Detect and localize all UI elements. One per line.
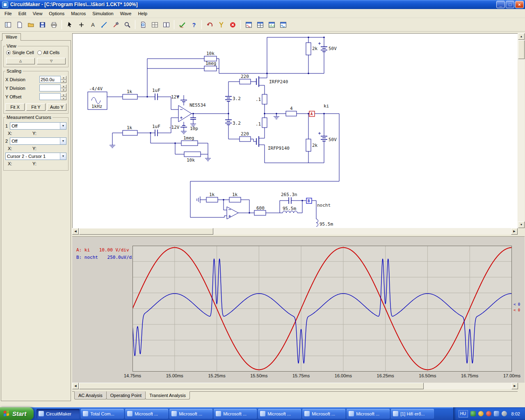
stop-simulation-icon[interactable] <box>227 20 238 30</box>
waveform-horizontal-scrollbar[interactable]: ◀ ▶ <box>72 383 518 389</box>
find-part-icon[interactable] <box>138 20 148 30</box>
new-document-icon[interactable] <box>14 20 25 30</box>
taskbar-task[interactable]: Microsoft ... <box>258 409 301 419</box>
y-division-stepper[interactable]: ▲▼ <box>61 84 66 91</box>
menu-item-options[interactable]: Options <box>46 10 68 17</box>
tab-operating-point[interactable]: Operating Point <box>106 391 146 399</box>
tab-transient-analysis[interactable]: Transient Analysis <box>145 391 190 399</box>
menu-item-file[interactable]: File <box>1 10 15 17</box>
tab-ac-analysis[interactable]: AC Analysis <box>74 391 107 399</box>
scope-window-icon[interactable] <box>278 20 288 30</box>
cursor1-select[interactable]: Off ▼ <box>10 122 66 130</box>
probe-tool-icon[interactable] <box>110 20 121 30</box>
scroll-left-icon[interactable]: ◀ <box>72 228 79 235</box>
split-window-icon[interactable] <box>255 20 265 30</box>
all-cells-radio[interactable] <box>37 50 42 55</box>
y-offset-stepper[interactable]: ▲▼ <box>61 93 66 100</box>
chevron-down-icon[interactable]: ▼ <box>60 138 66 144</box>
vertical-scroll-thumb[interactable] <box>518 40 525 59</box>
y-division-input[interactable] <box>39 84 61 91</box>
taskbar-task[interactable]: Microsoft ... <box>302 409 345 419</box>
chevron-down-icon[interactable]: ▼ <box>60 153 66 160</box>
clock[interactable]: 8:02 <box>511 411 520 416</box>
help-icon[interactable]: ? <box>188 20 199 30</box>
chevron-down-icon[interactable]: ▼ <box>60 123 66 129</box>
pointer-icon[interactable] <box>64 20 75 30</box>
taskbar-task[interactable]: Microsoft ... <box>169 409 212 419</box>
plot-region[interactable] <box>132 246 512 372</box>
cell-down-button[interactable]: ▽ <box>37 58 66 64</box>
run-simulation-icon[interactable] <box>177 20 187 30</box>
undo-icon[interactable] <box>204 20 215 30</box>
display-icon[interactable] <box>494 411 499 416</box>
horizontal-scroll-thumb[interactable] <box>79 383 424 389</box>
schematic-horizontal-scrollbar[interactable]: ◀ ▶ <box>72 228 518 235</box>
probe-markers[interactable]: AB <box>306 111 315 203</box>
scroll-right-icon[interactable]: ▶ <box>511 228 518 235</box>
cursor2-select[interactable]: Off ▼ <box>10 137 66 145</box>
menu-item-wave[interactable]: Wave <box>117 10 135 17</box>
taskbar-task[interactable]: Total Com... <box>81 409 124 419</box>
menu-item-help[interactable]: Help <box>135 10 151 17</box>
text-tool-icon[interactable]: A <box>87 20 98 30</box>
auto-y-button[interactable]: Auto Y <box>47 103 66 111</box>
minimize-button[interactable]: _ <box>496 1 505 8</box>
start-button[interactable]: Start <box>0 407 34 420</box>
fit-y-button[interactable]: Fit Y <box>26 103 46 111</box>
cursor1-index: 1 <box>5 123 8 128</box>
wave-panel-body: View Single Cell All Cells △ ▽ Scaling X… <box>1 40 71 401</box>
wave-tab[interactable]: Wave <box>2 33 21 41</box>
split-view-icon[interactable] <box>161 20 171 30</box>
desktop: { "window": { "title": "CircuitMaker - [… <box>0 0 525 420</box>
language-indicator[interactable]: HU <box>459 410 468 418</box>
scroll-up-icon[interactable]: ▲ <box>518 33 525 40</box>
volume-icon[interactable] <box>478 411 484 416</box>
horizontal-scroll-thumb[interactable] <box>79 228 213 235</box>
y-offset-input[interactable] <box>39 93 61 100</box>
zoom-tool-icon[interactable] <box>122 20 132 30</box>
taskbar-task[interactable]: CircuitMaker <box>37 409 80 419</box>
bar-window-icon[interactable] <box>266 20 277 30</box>
x-tick-label: 16.75ms <box>457 373 483 378</box>
title-bar[interactable]: CircuitMaker - [C:\Program Files\...\Sko… <box>0 0 525 9</box>
menu-item-edit[interactable]: Edit <box>15 10 30 17</box>
taskbar-task[interactable]: [1] Hifi erő... <box>391 409 434 419</box>
open-file-icon[interactable] <box>25 20 36 30</box>
scroll-left-icon[interactable]: ◀ <box>72 383 79 389</box>
schematic-canvas[interactable]: 10k1meg220IRFP240-4/4V1k1uF12VNE55343.2.… <box>73 34 518 228</box>
x-division-stepper[interactable]: ▲▼ <box>61 76 66 83</box>
save-icon[interactable] <box>37 20 48 30</box>
x-division-input[interactable] <box>39 76 61 83</box>
menu-item-view[interactable]: View <box>30 10 46 17</box>
waveform-window-icon[interactable] <box>243 20 254 30</box>
waveform-area[interactable]: A: ki 10.00 V/div B: nocht 250.0uV/div 1… <box>72 236 525 383</box>
network-icon[interactable] <box>502 411 507 416</box>
fit-x-button[interactable]: Fit X <box>5 103 25 111</box>
schematic-vertical-scrollbar[interactable]: ▲ ▼ <box>518 33 525 228</box>
part-library-icon[interactable] <box>149 20 160 30</box>
panel-toggle-icon[interactable] <box>2 20 13 30</box>
cursor-diff-select[interactable]: Cursor 2 - Cursor 1 ▼ <box>5 153 66 160</box>
single-cell-radio[interactable] <box>6 50 11 55</box>
waveform-plot[interactable] <box>132 246 512 372</box>
component-label: 1uF <box>152 88 160 93</box>
scroll-down-icon[interactable]: ▼ <box>518 221 525 228</box>
test-probe-icon[interactable] <box>216 20 226 30</box>
task-label: Microsoft ... <box>179 411 202 416</box>
taskbar-task[interactable]: Microsoft ... <box>125 409 168 419</box>
messenger-icon[interactable] <box>470 411 476 416</box>
menu-item-macros[interactable]: Macros <box>68 10 89 17</box>
component-label: 12V <box>171 94 179 100</box>
cell-up-button[interactable]: △ <box>6 58 35 64</box>
wire-tool-icon[interactable] <box>99 20 110 30</box>
schematic-area[interactable]: 10k1meg220IRFP240-4/4V1k1uF12VNE55343.2.… <box>72 33 518 228</box>
menu-item-simulation[interactable]: Simulation <box>89 10 116 17</box>
print-icon[interactable] <box>48 20 59 30</box>
add-part-icon[interactable] <box>76 20 87 30</box>
antivirus-icon[interactable] <box>486 411 491 416</box>
taskbar-task[interactable]: Microsoft ... <box>347 409 390 419</box>
taskbar-task[interactable]: Microsoft ... <box>214 409 257 419</box>
maximize-button[interactable]: □ <box>506 1 514 8</box>
close-button[interactable]: × <box>515 1 524 8</box>
scroll-right-icon[interactable]: ▶ <box>511 383 518 389</box>
